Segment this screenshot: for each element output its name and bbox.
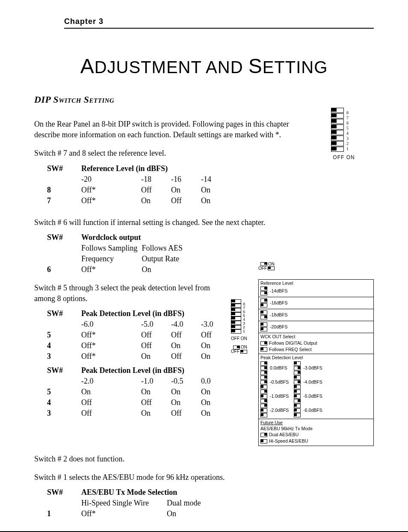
page-title: ADJUSTMENT AND SETTING: [34, 54, 374, 78]
table-row: 8 Off* Off On On: [47, 185, 231, 195]
aes-hispeed: Hi-Speed AES/EBU: [269, 438, 308, 444]
cell: Off: [171, 195, 201, 206]
table-aes-mode: SW# AES/EBU Tx Mode Selection Hi-Speed S…: [47, 487, 205, 519]
th-sw: SW#: [47, 487, 81, 498]
pdl-3: -3.0dBFS: [303, 365, 322, 371]
col-16: -16: [171, 174, 201, 185]
table-row: 6 Off* On: [47, 264, 187, 275]
sw4: 4: [47, 340, 81, 351]
sw5: 5: [47, 387, 81, 397]
cell: Off: [141, 330, 171, 340]
pdl-0: 0.0dBFS: [270, 365, 287, 371]
table-wordclock: SW# Wordclock output Follows Sampling Fo…: [47, 232, 187, 275]
col-follows-sampling: Follows Sampling: [81, 243, 142, 254]
th-peak: Peak Detection Level (in dBFS): [81, 308, 231, 319]
onoff-indicator-2: ON OFF: [231, 345, 247, 354]
table-row: 4 Off* Off On On: [47, 340, 231, 351]
section-heading: DIP Switch Setting: [34, 94, 374, 105]
table-row: 5 On On On On: [47, 387, 231, 397]
col: -6.0: [81, 319, 141, 330]
col: -2.0: [81, 376, 141, 387]
col-18: -18: [141, 174, 171, 185]
cell: On: [81, 387, 141, 397]
cell: On: [201, 351, 231, 362]
on-label: ON: [241, 345, 247, 349]
table-row: 3 Off* On Off On: [47, 351, 231, 362]
pdl-2: -2.0dBFS: [270, 408, 289, 414]
cell: Off: [171, 408, 201, 419]
cell: On: [141, 351, 171, 362]
col: -5.0: [141, 319, 171, 330]
cell: On: [201, 387, 231, 397]
col-dual: Dual mode: [167, 498, 205, 508]
dip-switch-small-diagram: 12345678: [231, 299, 249, 334]
title-text-1: DJUSTMENT AND: [95, 58, 248, 77]
cell: Off: [171, 351, 201, 362]
aes-dual: Dual AES/EBU: [269, 432, 299, 438]
table-peak-detection-a: SW# Peak Detection Level (in dBFS) -6.0 …: [47, 308, 231, 362]
col-output-rate: Output Rate: [142, 254, 187, 264]
offon-label: OFF ON: [314, 154, 374, 160]
off-label: OFF: [258, 266, 267, 271]
dip-switch-diagram: 12345678: [331, 108, 374, 152]
cell: On: [171, 340, 201, 351]
cell: Off: [201, 330, 231, 340]
ref-20: -20dBFS: [270, 324, 287, 330]
cell: On: [201, 397, 231, 408]
chapter-header: Chapter 3: [64, 17, 374, 29]
table-peak-detection-b: SW# Peak Detection Level (in dBFS) -2.0 …: [47, 365, 231, 419]
sw1: 1: [47, 508, 81, 519]
title-cap-2: S: [248, 55, 263, 77]
cell: Off: [141, 340, 171, 351]
cell: Off*: [81, 264, 142, 275]
sw3: 3: [47, 351, 81, 362]
cell: On: [171, 185, 201, 195]
title-cap-1: A: [80, 55, 95, 77]
pdl-1: -1.0dBFS: [270, 393, 289, 399]
cell: Off: [141, 185, 171, 195]
after-table3-text-2: Switch # 1 selects the AES/EBU mode for …: [34, 472, 374, 483]
cell: On: [201, 340, 231, 351]
table-row: 7 Off* On Off On: [47, 195, 231, 206]
after-table3-text-1: Switch # 2 does not function.: [34, 454, 374, 464]
cell: On: [141, 408, 171, 419]
on-label: ON: [268, 262, 275, 266]
sw3: 3: [47, 408, 81, 419]
sw6: 6: [47, 264, 81, 275]
wck-freq: Follows FREQ Select: [269, 347, 312, 353]
ref-14: -14dBFS: [270, 288, 287, 294]
table-row: 4 Off Off On On: [47, 397, 231, 408]
sw4: 4: [47, 397, 81, 408]
pdl-05: -0.5dBFS: [270, 379, 289, 385]
col-20: -20: [81, 174, 141, 185]
ref-18: -18dBFS: [270, 312, 287, 318]
cell: Off*: [81, 185, 141, 195]
cell: Off*: [81, 340, 141, 351]
off-label: OFF: [231, 349, 239, 354]
th-aes: AES/EBU Tx Mode Selection: [81, 487, 205, 498]
intro-paragraph-1: On the Rear Panel an 8-bit DIP switch is…: [34, 119, 314, 140]
cell: On: [201, 185, 231, 195]
offon-small-label: OFF ON: [231, 336, 249, 341]
pdl-6: -6.0dBFS: [303, 408, 322, 414]
pdl-4: -4.0dBFS: [303, 379, 322, 385]
ref-level-title: Reference Level: [260, 281, 372, 287]
cell: Off*: [81, 508, 167, 519]
th-sw: SW#: [47, 365, 81, 376]
reference-legend-box: Reference Level -14dBFS -16dBFS -18dBFS …: [258, 279, 374, 446]
future-use: Future Use: [260, 420, 372, 426]
cell: On: [142, 264, 187, 275]
col: -3.0: [201, 319, 231, 330]
aes-title: AES/EBU 96kHz Tx Mode: [260, 426, 372, 432]
th-sw: SW#: [47, 232, 81, 243]
th-ref: Reference Level (in dBFS): [81, 163, 231, 174]
wck-digital: Follows DIGITAL Output: [269, 340, 317, 346]
col-hispeed: Hi-Speed Single Wire: [81, 498, 167, 508]
table-reference-level: SW# Reference Level (in dBFS) -20 -18 -1…: [47, 163, 231, 206]
th-wordclock: Wordclock output: [81, 232, 187, 243]
ref-16: -16dBFS: [270, 300, 287, 306]
pdl-5: -5.0dBFS: [303, 393, 322, 399]
cell: Off*: [81, 330, 141, 340]
th-sw: SW#: [47, 308, 81, 319]
onoff-indicator: ON OFF: [258, 262, 275, 271]
